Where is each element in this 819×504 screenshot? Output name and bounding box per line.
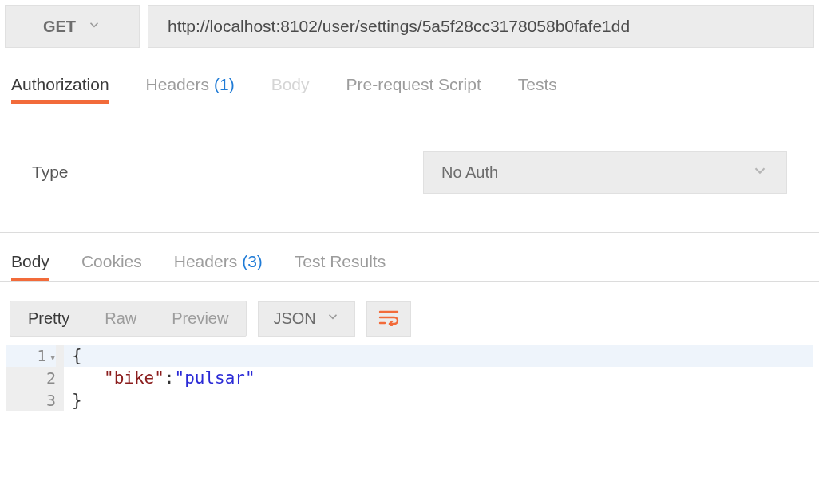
authorization-pane: Type No Auth bbox=[0, 104, 819, 232]
tab-label: Body bbox=[11, 252, 49, 271]
response-toolbar: Pretty Raw Preview JSON bbox=[0, 282, 819, 345]
tab-label: Authorization bbox=[11, 75, 109, 94]
auth-type-label: Type bbox=[32, 163, 423, 182]
code-token: : bbox=[164, 367, 175, 389]
chevron-down-icon bbox=[751, 162, 769, 183]
auth-type-selected: No Auth bbox=[441, 163, 498, 182]
url-field-container[interactable] bbox=[148, 5, 814, 48]
tab-label: Tests bbox=[518, 75, 557, 94]
line-number: 1 bbox=[37, 346, 46, 365]
response-format-selected: JSON bbox=[273, 309, 315, 328]
resp-tab-cookies[interactable]: Cookies bbox=[81, 252, 142, 281]
fold-caret-icon[interactable]: ▾ bbox=[49, 352, 56, 364]
response-code[interactable]: { "bike": "pulsar" } bbox=[64, 345, 813, 411]
line-number: 3 bbox=[46, 391, 56, 410]
tab-headers[interactable]: Headers (1) bbox=[146, 75, 235, 104]
view-mode-pretty[interactable]: Pretty bbox=[10, 301, 87, 336]
tab-body[interactable]: Body bbox=[271, 75, 310, 104]
tab-label: Headers bbox=[146, 75, 209, 94]
tab-label: Test Results bbox=[295, 252, 386, 271]
resp-tab-body[interactable]: Body bbox=[11, 252, 49, 281]
tab-label: Body bbox=[271, 75, 310, 94]
tab-count: (1) bbox=[214, 75, 235, 94]
view-mode-preview[interactable]: Preview bbox=[154, 301, 246, 336]
url-input[interactable] bbox=[168, 17, 794, 36]
resp-tab-headers[interactable]: Headers (3) bbox=[174, 252, 263, 281]
http-method-label: GET bbox=[43, 18, 76, 36]
line-number-gutter: 1▾ 2 3 bbox=[6, 345, 64, 411]
request-tabs: Authorization Headers (1) Body Pre-reque… bbox=[0, 75, 819, 104]
tab-tests[interactable]: Tests bbox=[518, 75, 557, 104]
wrap-icon bbox=[378, 309, 399, 329]
code-token: } bbox=[72, 389, 82, 411]
tab-authorization[interactable]: Authorization bbox=[11, 75, 109, 104]
code-token: { bbox=[72, 345, 82, 367]
wrap-lines-button[interactable] bbox=[366, 301, 411, 337]
tab-label: Cookies bbox=[81, 252, 142, 271]
response-format-select[interactable]: JSON bbox=[258, 301, 354, 337]
tab-label: Headers bbox=[174, 252, 237, 271]
code-key: "bike" bbox=[104, 367, 164, 389]
http-method-select[interactable]: GET bbox=[5, 5, 140, 48]
tab-count: (3) bbox=[242, 252, 263, 271]
tab-prerequest-script[interactable]: Pre-request Script bbox=[346, 75, 481, 104]
tab-label: Pre-request Script bbox=[346, 75, 481, 94]
auth-type-select[interactable]: No Auth bbox=[423, 151, 787, 194]
line-number: 2 bbox=[46, 368, 56, 388]
response-tabs: Body Cookies Headers (3) Test Results bbox=[0, 233, 819, 281]
view-mode-raw[interactable]: Raw bbox=[87, 301, 154, 336]
resp-tab-test-results[interactable]: Test Results bbox=[295, 252, 386, 281]
chevron-down-icon bbox=[326, 309, 340, 328]
view-mode-group: Pretty Raw Preview bbox=[10, 301, 247, 337]
response-body: 1▾ 2 3 { "bike": "pulsar" } bbox=[0, 345, 819, 418]
code-string: "pulsar" bbox=[175, 367, 255, 389]
chevron-down-icon bbox=[87, 18, 101, 36]
